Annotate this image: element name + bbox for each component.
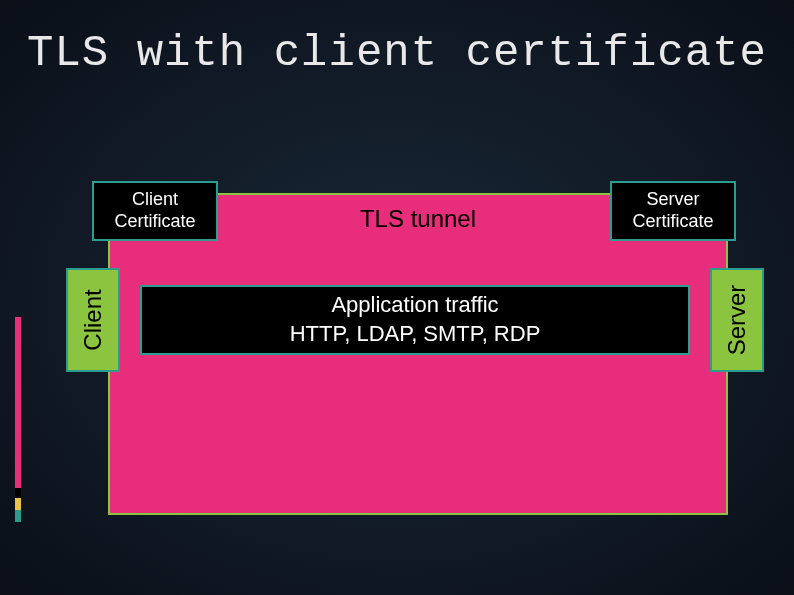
slide-title: TLS with client certificate: [0, 28, 794, 78]
strip-dark: [15, 488, 21, 498]
strip-teal: [15, 510, 21, 522]
client-label: Client: [79, 289, 107, 350]
server-cert-line2: Certificate: [612, 211, 734, 233]
client-cert-line2: Certificate: [94, 211, 216, 233]
client-endpoint-box: Client: [66, 268, 120, 372]
server-certificate-box: Server Certificate: [610, 181, 736, 241]
server-endpoint-box: Server: [710, 268, 764, 372]
decorative-strip: [15, 317, 21, 522]
client-certificate-box: Client Certificate: [92, 181, 218, 241]
server-cert-line1: Server: [612, 189, 734, 211]
application-traffic-box: Application traffic HTTP, LDAP, SMTP, RD…: [140, 285, 690, 355]
app-traffic-line2: HTTP, LDAP, SMTP, RDP: [142, 320, 688, 349]
strip-yellow: [15, 498, 21, 510]
tls-diagram: TLS tunnel Client Certificate Server Cer…: [0, 78, 794, 578]
app-traffic-line1: Application traffic: [142, 291, 688, 320]
strip-magenta: [15, 317, 21, 488]
server-label: Server: [723, 285, 751, 356]
client-cert-line1: Client: [94, 189, 216, 211]
